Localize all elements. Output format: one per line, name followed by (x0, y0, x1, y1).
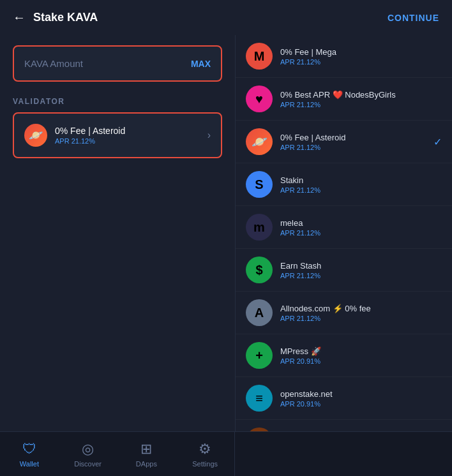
validator-list-avatar: A (246, 299, 273, 326)
validator-list-name: 0% Fee | Mega (280, 47, 442, 57)
check-icon: ✓ (433, 136, 442, 148)
validator-list-item[interactable]: +MPress 🚀APR 20.91% (236, 334, 452, 377)
validator-avatar: 🪐 (24, 124, 47, 147)
validator-list-name: MPress 🚀 (280, 346, 442, 356)
validator-list-info: Earn StashAPR 21.12% (280, 261, 442, 279)
validator-list-info: openstake.netAPR 20.91% (280, 389, 442, 408)
nav-item-settings[interactable]: ⚙Settings (176, 432, 234, 476)
validator-list-item[interactable]: $Earn StashAPR 21.12% (236, 249, 452, 292)
validator-list-apr: APR 21.12% (280, 272, 442, 279)
amount-input-box[interactable]: KAVA Amount MAX (13, 45, 222, 82)
nav-item-discover[interactable]: ◎Discover (59, 432, 117, 476)
validator-list-item[interactable]: 🦦OtterSyncAPR 20.7% (236, 420, 452, 431)
validator-list-item[interactable]: AAllnodes.com ⚡ 0% feeAPR 21.12% (236, 292, 452, 334)
validator-list-name: 0% Fee | Asteroid (280, 133, 433, 142)
validator-list-item[interactable]: 🪐0% Fee | AsteroidAPR 21.12%✓ (236, 121, 452, 163)
settings-nav-label: Settings (192, 460, 218, 468)
nav-item-dapps[interactable]: ⊞DApps (117, 432, 176, 476)
validator-list-name: Stakin (280, 175, 442, 185)
bottom-navigation: 🛡Wallet◎Discover⊞DApps⚙Settings (0, 431, 452, 476)
validator-section-label: VALIDATOR (13, 97, 222, 106)
main-content: KAVA Amount MAX VALIDATOR 🪐 0% Fee | Ast… (0, 35, 452, 431)
validator-list-apr: APR 21.12% (280, 186, 442, 194)
validator-list-apr: APR 20.91% (280, 357, 442, 365)
settings-nav-icon: ⚙ (199, 441, 211, 457)
validator-list-info: MPress 🚀APR 20.91% (280, 346, 442, 365)
validator-selector[interactable]: 🪐 0% Fee | Asteroid APR 21.12% › (13, 112, 222, 158)
header: ← Stake KAVA CONTINUE (0, 0, 452, 35)
validator-list-item[interactable]: M0% Fee | MegaAPR 21.12% (236, 35, 452, 78)
validator-list-info: meleaAPR 21.12% (280, 218, 442, 237)
validator-list-name: Allnodes.com ⚡ 0% fee (280, 304, 442, 313)
validator-list-apr: APR 20.91% (280, 400, 442, 408)
validator-list-avatar: + (246, 342, 273, 369)
continue-button[interactable]: CONTINUE (388, 13, 439, 23)
validator-list-item[interactable]: SStakinAPR 21.12% (236, 163, 452, 206)
validator-list-avatar: ≡ (246, 385, 273, 412)
back-button[interactable]: ← (13, 10, 26, 25)
validator-list-apr: APR 21.12% (280, 315, 442, 322)
validator-list-info: 0% Fee | MegaAPR 21.12% (280, 47, 442, 66)
page-title: Stake KAVA (33, 11, 388, 24)
bottom-nav-right (235, 432, 452, 476)
discover-nav-label: Discover (74, 460, 102, 468)
validator-list-name: Earn Stash (280, 261, 442, 271)
validator-apr: APR 21.12% (55, 137, 207, 145)
validator-list-name: 0% Best APR ❤️ NodesByGirls (280, 90, 442, 100)
validator-list-avatar: $ (246, 257, 273, 283)
validator-list-item[interactable]: ≡openstake.netAPR 20.91% (236, 377, 452, 420)
validator-list-info: 0% Fee | AsteroidAPR 21.12% (280, 133, 433, 151)
validator-list-avatar: m (246, 214, 273, 241)
bottom-nav-left: 🛡Wallet◎Discover⊞DApps⚙Settings (0, 432, 235, 476)
discover-nav-icon: ◎ (82, 441, 94, 457)
validator-list-info: Allnodes.com ⚡ 0% feeAPR 21.12% (280, 304, 442, 322)
dapps-nav-label: DApps (136, 460, 157, 468)
validator-list-name: openstake.net (280, 389, 442, 399)
wallet-nav-icon: 🛡 (22, 441, 36, 457)
validator-list-item[interactable]: ♥0% Best APR ❤️ NodesByGirlsAPR 21.12% (236, 78, 452, 121)
validator-name: 0% Fee | Asteroid (55, 126, 207, 136)
dapps-nav-icon: ⊞ (140, 441, 152, 457)
validator-list-avatar: S (246, 171, 273, 198)
chevron-right-icon: › (207, 130, 211, 141)
validator-list-apr: APR 21.12% (280, 144, 433, 151)
validator-list-avatar: M (246, 43, 273, 70)
validator-list-info: StakinAPR 21.12% (280, 175, 442, 194)
nav-item-wallet[interactable]: 🛡Wallet (0, 432, 59, 476)
validator-list-avatar: ♥ (246, 86, 273, 112)
validator-list-info: 0% Best APR ❤️ NodesByGirlsAPR 21.12% (280, 90, 442, 108)
validator-list-avatar: 🪐 (246, 128, 273, 155)
validator-info: 0% Fee | Asteroid APR 21.12% (55, 126, 207, 145)
validator-list-apr: APR 21.12% (280, 58, 442, 66)
validator-list: M0% Fee | MegaAPR 21.12%♥0% Best APR ❤️ … (235, 35, 452, 431)
left-panel: KAVA Amount MAX VALIDATOR 🪐 0% Fee | Ast… (0, 35, 235, 431)
validator-list-item[interactable]: mmeleaAPR 21.12% (236, 206, 452, 249)
validator-list-name: melea (280, 218, 442, 228)
validator-list-apr: APR 21.12% (280, 101, 442, 108)
amount-placeholder: KAVA Amount (24, 58, 83, 69)
max-button[interactable]: MAX (191, 59, 211, 69)
validator-list-apr: APR 21.12% (280, 229, 442, 237)
wallet-nav-label: Wallet (20, 460, 39, 468)
